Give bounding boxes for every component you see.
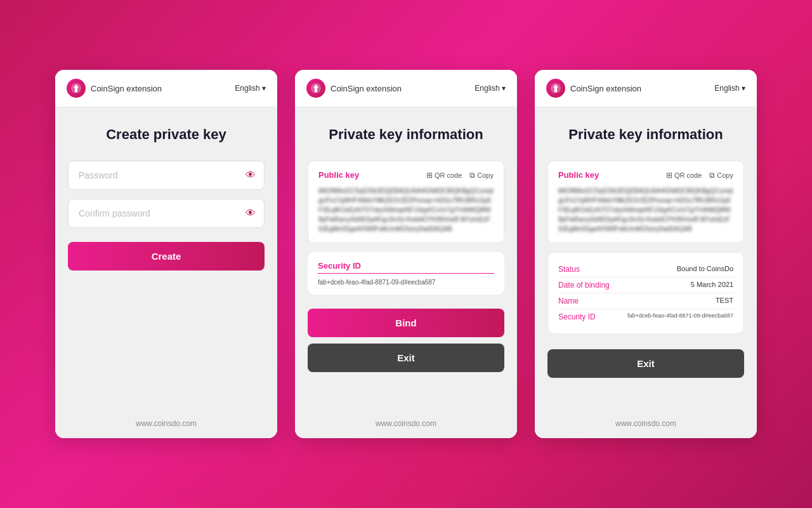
card-footer-3: www.coinsdo.com xyxy=(535,409,757,438)
security-id-label: Security ID xyxy=(318,261,494,274)
qr-code-btn[interactable]: ⊞ QR code xyxy=(426,171,462,180)
key-actions-2: ⊞ QR code ⧉ Copy xyxy=(666,171,733,180)
exit-button-2[interactable]: Exit xyxy=(547,349,744,378)
status-val-date: 5 March 2021 xyxy=(691,281,733,290)
logo-icon-2 xyxy=(306,79,325,98)
card-footer-2: www.coinsdo.com xyxy=(295,409,517,438)
card-body-2: Private key information Public key ⊞ QR … xyxy=(295,107,517,409)
card-body-1: Create private key 👁 👁 Create xyxy=(55,107,277,409)
card-create: CoinSign extension English ▾ Create priv… xyxy=(55,70,277,438)
copy-btn[interactable]: ⧉ Copy xyxy=(469,171,494,180)
exit-button-1[interactable]: Exit xyxy=(308,344,504,372)
status-key-status: Status xyxy=(558,265,580,274)
password-group: 👁 xyxy=(68,161,265,190)
public-key-box: Public key ⊞ QR code ⧉ Copy MIGfMAoGCSqG… xyxy=(308,161,504,243)
key-text-blurred-2: MIGfMAoGCSqGSIb3DQEBAQUAA4GNADCBiQKBgQCu… xyxy=(558,186,733,234)
card-title-1: Create private key xyxy=(68,126,265,143)
status-key-name: Name xyxy=(558,297,579,305)
public-key-header-2: Public key ⊞ QR code ⧉ Copy xyxy=(558,170,733,180)
public-key-header: Public key ⊞ QR code ⧉ Copy xyxy=(318,170,494,180)
copy-icon: ⧉ xyxy=(469,171,475,180)
status-row-date: Date of binding 5 March 2021 xyxy=(558,277,733,293)
card-info1: CoinSign extension English ▾ Private key… xyxy=(295,70,517,438)
eye-icon-confirm[interactable]: 👁 xyxy=(246,208,256,219)
logo-area-3: CoinSign extension xyxy=(546,79,641,98)
logo-text-3: CoinSign extension xyxy=(570,84,641,93)
status-key-date: Date of binding xyxy=(558,281,610,290)
cards-container: CoinSign extension English ▾ Create priv… xyxy=(55,70,757,438)
public-key-label-2: Public key xyxy=(558,170,599,180)
eye-icon-password[interactable]: 👁 xyxy=(246,170,256,181)
lang-selector-2[interactable]: English ▾ xyxy=(475,84,506,93)
key-actions: ⊞ QR code ⧉ Copy xyxy=(426,171,494,180)
public-key-label: Public key xyxy=(318,170,359,180)
qr-icon-2: ⊞ xyxy=(666,171,672,180)
status-table: Status Bound to CoinsDo Date of binding … xyxy=(558,262,733,324)
card-header-3: CoinSign extension English ▾ xyxy=(535,70,757,107)
qr-code-btn-2[interactable]: ⊞ QR code xyxy=(666,171,702,180)
lang-selector-1[interactable]: English ▾ xyxy=(235,84,266,93)
confirm-password-input[interactable] xyxy=(68,199,265,228)
card-body-3: Private key information Public key ⊞ QR … xyxy=(535,107,757,409)
qr-icon: ⊞ xyxy=(426,171,433,180)
confirm-password-group: 👁 xyxy=(68,199,265,228)
bind-button[interactable]: Bind xyxy=(308,309,504,337)
status-row-secid: Security ID fab+dceb-feao-4fad-8871-09-d… xyxy=(558,309,733,324)
key-text-blurred: MIGfMAoGCSqGSIb3DQEBAQUAA4GNADCBiQKBgQCu… xyxy=(318,186,494,234)
logo-icon-3 xyxy=(546,79,565,98)
status-val-status: Bound to CoinsDo xyxy=(677,265,733,274)
status-row-status: Status Bound to CoinsDo xyxy=(558,262,733,277)
status-box: Status Bound to CoinsDo Date of binding … xyxy=(547,252,744,334)
card-header-2: CoinSign extension English ▾ xyxy=(295,70,517,107)
public-key-box-2: Public key ⊞ QR code ⧉ Copy MIGfMAoGCSqG… xyxy=(547,161,744,243)
copy-icon-2: ⧉ xyxy=(709,171,715,180)
password-input[interactable] xyxy=(68,161,265,190)
security-id-box: Security ID fab+dceb-feao-4fad-8871-09-d… xyxy=(308,252,504,295)
logo-text-2: CoinSign extension xyxy=(331,84,402,93)
create-button[interactable]: Create xyxy=(68,242,265,271)
card-info2: CoinSign extension English ▾ Private key… xyxy=(535,70,757,438)
card-title-2: Private key information xyxy=(308,126,504,143)
logo-area-1: CoinSign extension xyxy=(67,79,162,98)
logo-icon-1 xyxy=(67,79,86,98)
logo-area-2: CoinSign extension xyxy=(306,79,402,98)
status-val-secid: fab+dceb-feao-4fad-8871-09-d#eecba687 xyxy=(627,312,733,321)
card-header-1: CoinSign extension English ▾ xyxy=(55,70,277,107)
security-id-value: fab+dceb-feao-4fad-8871-09-d#eecba687 xyxy=(318,279,494,286)
status-val-name: TEST xyxy=(716,297,733,305)
card-title-3: Private key information xyxy=(547,126,744,143)
card-footer-1: www.coinsdo.com xyxy=(55,409,277,438)
status-key-secid: Security ID xyxy=(558,312,596,321)
lang-selector-3[interactable]: English ▾ xyxy=(714,84,745,93)
logo-text-1: CoinSign extension xyxy=(91,84,162,93)
copy-btn-2[interactable]: ⧉ Copy xyxy=(709,171,733,180)
status-row-name: Name TEST xyxy=(558,293,733,309)
